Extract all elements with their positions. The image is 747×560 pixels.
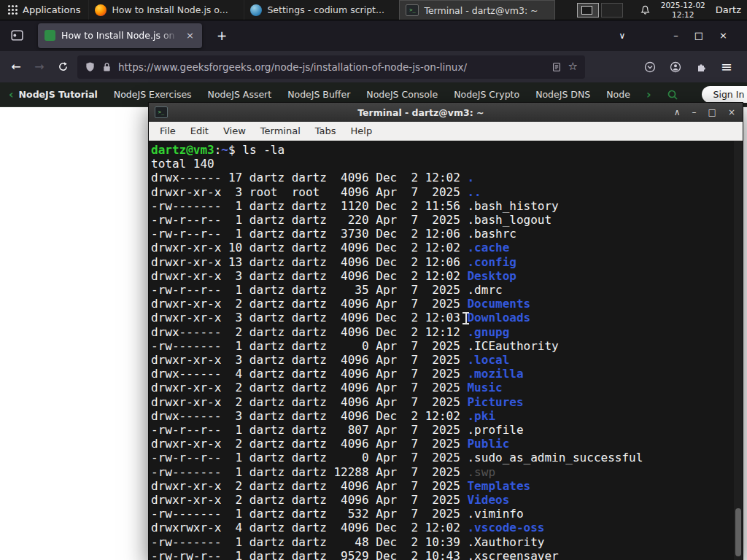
terminal-menu-item[interactable]: File [153, 124, 182, 138]
window-restore-button[interactable]: □ [686, 30, 711, 41]
clock-time: 12:12 [672, 10, 694, 20]
desktop: Applications How to Install Node.js o...… [0, 0, 747, 560]
workspace-1[interactable] [577, 3, 599, 18]
terminal-menu-item[interactable]: Edit [184, 124, 215, 138]
account-icon[interactable] [670, 61, 681, 73]
file-meta: -rw-r--r-- 1 dartz dartz 807 Apr 7 2025 [151, 423, 467, 437]
url-text: https://www.geeksforgeeks.org/node-js/in… [118, 61, 545, 73]
reader-mode-icon[interactable] [551, 62, 562, 72]
file-meta: drwx------ 4 dartz dartz 4096 Apr 7 2025 [151, 367, 467, 381]
applications-menu-button[interactable]: Applications [0, 0, 88, 20]
panel-clock[interactable]: 2025-12-02 12:12 [661, 1, 705, 19]
file-meta: -rw-r--r-- 1 dartz dartz 0 Apr 7 2025 [151, 451, 467, 464]
back-button[interactable]: ← [4, 56, 28, 78]
list-tabs-button[interactable]: ∨ [611, 31, 634, 41]
lock-icon[interactable] [102, 62, 112, 72]
window-minimize-button[interactable]: – [665, 30, 686, 41]
gfg-menu-item[interactable]: NodeJS Crypto [454, 89, 519, 100]
file-name: .gnupg [467, 325, 509, 339]
gfg-menu-item[interactable]: NodeJS Assert [208, 89, 272, 100]
window-close-button[interactable]: × [711, 30, 735, 41]
terminal-maximize-button[interactable]: □ [708, 107, 716, 117]
tracking-shield-icon[interactable] [85, 61, 96, 72]
terminal-shade-button[interactable]: ∧ [674, 107, 681, 117]
gfg-back-link[interactable]: ‹ NodeJS Tutorial [9, 89, 98, 101]
new-tab-button[interactable]: + [211, 26, 233, 46]
terminal-menu-item[interactable]: Terminal [254, 124, 307, 138]
notifications-bell-icon[interactable] [640, 4, 651, 16]
url-bar[interactable]: https://www.geeksforgeeks.org/node-js/in… [77, 55, 585, 79]
scrollbar-thumb[interactable] [735, 508, 741, 556]
pocket-icon[interactable] [644, 61, 656, 73]
terminal-line: drwx------ 17 dartz dartz 4096 Dec 2 12:… [151, 171, 732, 184]
file-meta: -rw-r--r-- 1 dartz dartz 35 Apr 7 2025 [151, 283, 467, 297]
top-panel: Applications How to Install Node.js o...… [0, 0, 747, 20]
file-meta: drwxr-xr-x 2 dartz dartz 4096 Apr 7 2025 [151, 395, 467, 409]
window-controls: ∨ – □ × [611, 30, 747, 41]
workspace-2[interactable] [601, 3, 623, 18]
file-meta: drwxr-xr-x 13 dartz dartz 4096 Dec 2 12:… [151, 255, 467, 269]
tab-title: How to Install Node.js on [61, 30, 179, 41]
terminal-window-icon: >_ [155, 106, 168, 118]
gfg-menu-item[interactable]: NodeJS Exercises [114, 89, 192, 100]
firefox-view-button[interactable] [6, 25, 28, 47]
gfg-menu-item[interactable]: NodeJS DNS [535, 89, 590, 100]
clock-date: 2025-12-02 [661, 1, 705, 10]
prompt-path: ~ [221, 143, 228, 157]
terminal-titlebar[interactable]: >_ Terminal - dartz@vm3: ~ ∧ – □ × [149, 103, 743, 122]
browser-tab[interactable]: How to Install Node.js on × [38, 23, 202, 48]
sign-in-button[interactable]: Sign In [702, 86, 747, 103]
workspace-window-thumb [581, 6, 592, 15]
firefox-icon [95, 4, 107, 16]
terminal-close-button[interactable]: × [728, 107, 735, 117]
terminal-menubar: FileEditViewTerminalTabsHelp [149, 122, 743, 141]
terminal-menu-item[interactable]: View [217, 124, 252, 138]
terminal-menu-item[interactable]: Help [344, 124, 379, 138]
file-meta: -rw-r--r-- 1 dartz dartz 220 Apr 7 2025 [151, 213, 467, 227]
file-name: Music [467, 381, 502, 394]
file-meta: -rw------- 1 dartz dartz 48 Dec 2 10:39 [151, 535, 467, 549]
terminal-line: drwxr-xr-x 3 dartz dartz 4096 Dec 2 12:0… [151, 269, 732, 283]
file-meta: drwxr-xr-x 3 dartz dartz 4096 Apr 7 2025 [151, 353, 467, 367]
gfg-favicon [44, 30, 55, 41]
gfg-menu-item[interactable]: Node [606, 89, 630, 100]
gfg-menu-item[interactable]: NodeJS Console [366, 89, 438, 100]
file-name: .bash_history [467, 199, 558, 213]
gfg-menu-item[interactable]: NodeJS Buffer [287, 89, 350, 100]
taskbar-item-settings[interactable]: Settings - codium script... [244, 0, 399, 20]
file-name: .ICEauthority [467, 339, 558, 353]
menu-button[interactable]: ≡ [721, 60, 732, 74]
terminal-line: drwxr-xr-x 3 dartz dartz 4096 Dec 2 12:0… [151, 311, 732, 324]
extensions-icon[interactable] [695, 61, 707, 73]
file-name: Desktop [467, 269, 516, 283]
bookmark-star-icon[interactable]: ☆ [568, 61, 578, 72]
terminal-line: drwxr-xr-x 3 dartz dartz 4096 Apr 7 2025… [151, 353, 732, 367]
terminal-minimize-button[interactable]: – [692, 107, 697, 117]
terminal-scrollbar[interactable] [734, 141, 743, 560]
taskbar-item-browser[interactable]: How to Install Node.js o... [88, 0, 244, 20]
terminal-line: drwxr-xr-x 2 dartz dartz 4096 Apr 7 2025… [151, 479, 732, 493]
forward-button[interactable]: → [28, 56, 51, 78]
terminal-line: -rw------- 1 dartz dartz 1120 Dec 2 11:5… [151, 199, 732, 213]
file-name: Public [467, 437, 509, 451]
terminal-window-controls: ∧ – □ × [674, 107, 737, 117]
file-name: Pictures [467, 395, 523, 409]
file-name: .mozilla [467, 367, 523, 381]
chevron-left-icon: ‹ [9, 89, 14, 101]
file-meta: drwx------ 2 dartz dartz 4096 Dec 2 12:1… [151, 325, 467, 339]
user-menu[interactable]: Dartz [716, 4, 741, 15]
terminal-line: -rw------- 1 dartz dartz 12288 Apr 7 202… [151, 465, 732, 479]
tab-close-button[interactable]: × [185, 29, 196, 42]
file-name: .dmrc [467, 283, 502, 297]
task-title: Terminal - dartz@vm3: ~ [424, 5, 538, 16]
reload-button[interactable] [51, 56, 74, 78]
terminal-output-area[interactable]: dartz@vm3:~$ ls -la total 140 drwx------… [149, 141, 743, 560]
search-icon[interactable] [667, 89, 678, 101]
chevron-right-icon[interactable]: › [646, 89, 651, 101]
file-meta: -rw------- 1 dartz dartz 1120 Dec 2 11:5… [151, 199, 467, 213]
taskbar-item-terminal[interactable]: >_ Terminal - dartz@vm3: ~ [399, 0, 555, 20]
file-name: Videos [467, 493, 509, 507]
terminal-total-line: total 140 [151, 157, 732, 171]
workspace-switcher [574, 0, 626, 20]
terminal-menu-item[interactable]: Tabs [309, 124, 343, 138]
